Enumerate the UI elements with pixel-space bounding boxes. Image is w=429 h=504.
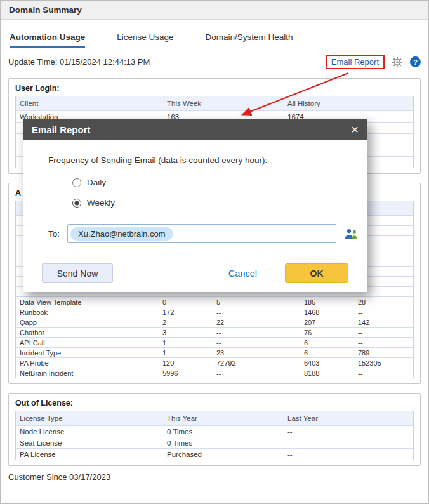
toolbar: Update Time: 01/15/2024 12:44:13 PM Emai… <box>1 48 428 69</box>
add-users-icon[interactable] <box>344 229 358 239</box>
table-cell: 28 <box>354 298 413 307</box>
table-cell: 207 <box>300 318 354 327</box>
table-cell: 0 Times <box>163 427 284 436</box>
table-cell: -- <box>284 450 413 459</box>
recipients-input[interactable]: Xu.Zhao@netbrain.com <box>67 224 336 243</box>
dialog-title: Email Report <box>32 124 91 135</box>
table-cell: 1 <box>159 348 213 357</box>
send-now-button[interactable]: Send Now <box>42 263 113 283</box>
table-row: Incident Type 1 23 6 789 <box>16 347 413 357</box>
table-row: Chatbot 3 -- 76 -- <box>16 327 413 337</box>
table-row: Node License 0 Times -- <box>16 425 413 437</box>
table-cell: 5 <box>213 298 300 307</box>
domain-summary-window: Domain Summary Automation Usage License … <box>0 0 429 504</box>
table-cell: 172 <box>159 308 213 317</box>
column-header: Client <box>16 99 163 108</box>
table-cell: -- <box>213 308 300 317</box>
table-cell: 6 <box>300 348 354 357</box>
table-row: Qapp 2 22 207 142 <box>16 317 413 327</box>
tab-license-usage[interactable]: License Usage <box>117 32 173 48</box>
table-cell: Qapp <box>16 318 159 327</box>
table-cell: Runbook <box>16 308 159 317</box>
table-row: PA License Purchased -- <box>16 448 413 460</box>
section-title: Out of License: <box>15 399 414 408</box>
table-cell: -- <box>213 338 300 347</box>
radio-daily-label: Daily <box>87 178 106 187</box>
gear-icon[interactable] <box>392 56 403 68</box>
email-report-link[interactable]: Email Report <box>331 57 379 67</box>
radio-daily[interactable]: Daily <box>72 178 367 187</box>
close-icon[interactable]: × <box>351 123 359 136</box>
table-cell: 142 <box>354 318 413 327</box>
radio-daily-circle[interactable] <box>72 178 81 187</box>
radio-weekly[interactable]: Weekly <box>72 198 367 208</box>
radio-weekly-circle[interactable] <box>72 199 81 208</box>
update-time: Update Time: 01/15/2024 12:44:13 PM <box>8 57 150 67</box>
column-header: This Week <box>163 99 284 108</box>
table-cell: -- <box>284 439 413 448</box>
email-report-dialog: Email Report × Frequency of Sending Emai… <box>23 119 367 292</box>
table-cell: Chatbot <box>16 328 159 337</box>
table-row: NetBrain Incident 5996 -- 8188 -- <box>16 368 413 378</box>
table-row: API Call 1 -- 6 -- <box>16 337 413 347</box>
table-row: Data View Template 0 5 185 28 <box>16 296 413 307</box>
tab-automation-usage[interactable]: Automation Usage <box>10 32 85 48</box>
table-cell: Incident Type <box>16 348 159 357</box>
table-cell: PA Probe <box>16 359 159 368</box>
table-cell: 72792 <box>213 359 300 368</box>
column-header: Last Year <box>284 414 413 423</box>
column-header: License Type <box>16 414 163 423</box>
window-title-bar: Domain Summary <box>1 1 428 20</box>
out-of-license-section: Out of License: License Type This Year L… <box>8 393 421 466</box>
table-cell: 185 <box>300 298 354 307</box>
table-cell: 0 <box>159 298 213 307</box>
dialog-body: Frequency of Sending Email (data is coun… <box>23 140 367 292</box>
cancel-button[interactable]: Cancel <box>228 269 257 279</box>
table-cell: -- <box>354 328 413 337</box>
table-cell: -- <box>354 369 413 378</box>
table-cell: 23 <box>213 348 300 357</box>
dialog-header: Email Report × <box>23 119 367 140</box>
column-header: All History <box>284 99 413 108</box>
table-cell: 2 <box>159 318 213 327</box>
table-cell: 8188 <box>300 369 354 378</box>
table-cell: -- <box>284 427 413 436</box>
table-cell: Node License <box>16 427 163 436</box>
dialog-buttons: Send Now Cancel OK <box>42 263 348 283</box>
recipient-chip: Xu.Zhao@netbrain.com <box>70 227 173 241</box>
table-cell: 5996 <box>159 369 213 378</box>
table-cell: 789 <box>354 348 413 357</box>
annotation-highlight-box: Email Report <box>326 55 385 69</box>
table-cell: 6 <box>300 338 354 347</box>
to-label: To: <box>48 229 67 239</box>
table-header-row: Client This Week All History <box>16 96 413 110</box>
radio-weekly-label: Weekly <box>87 198 115 208</box>
table-cell: PA License <box>16 450 163 459</box>
table-cell: 76 <box>300 328 354 337</box>
table-cell: -- <box>354 338 413 347</box>
table-cell: 6403 <box>300 359 354 368</box>
customer-since-text: Customer Since 03/17/2023 <box>8 472 421 482</box>
frequency-label: Frequency of Sending Email (data is coun… <box>48 156 367 165</box>
table-cell: 152305 <box>354 359 413 368</box>
table-row: Runbook 172 -- 1468 -- <box>16 307 413 317</box>
table-cell: NetBrain Incident <box>16 369 159 378</box>
table-cell: -- <box>354 308 413 317</box>
table-cell: Purchased <box>163 450 284 459</box>
ok-button[interactable]: OK <box>285 263 348 283</box>
help-icon[interactable]: ? <box>410 56 421 67</box>
column-header: This Year <box>163 414 284 423</box>
table-cell: 22 <box>213 318 300 327</box>
toolbar-actions: Email Report ? <box>326 55 421 69</box>
table-header-row: License Type This Year Last Year <box>16 411 413 425</box>
table-row: PA Probe 120 72792 6403 152305 <box>16 357 413 368</box>
table-cell: API Call <box>16 338 159 347</box>
recipients-row: To: Xu.Zhao@netbrain.com <box>48 224 367 243</box>
table-cell: Seat License <box>16 439 163 448</box>
table-cell: -- <box>213 369 300 378</box>
table-cell: Data View Template <box>16 298 159 307</box>
table-cell: 120 <box>159 359 213 368</box>
tab-domain-system-health[interactable]: Domain/System Health <box>206 32 293 48</box>
out-of-license-table: License Type This Year Last Year Node Li… <box>15 411 414 460</box>
table-cell: 1468 <box>300 308 354 317</box>
